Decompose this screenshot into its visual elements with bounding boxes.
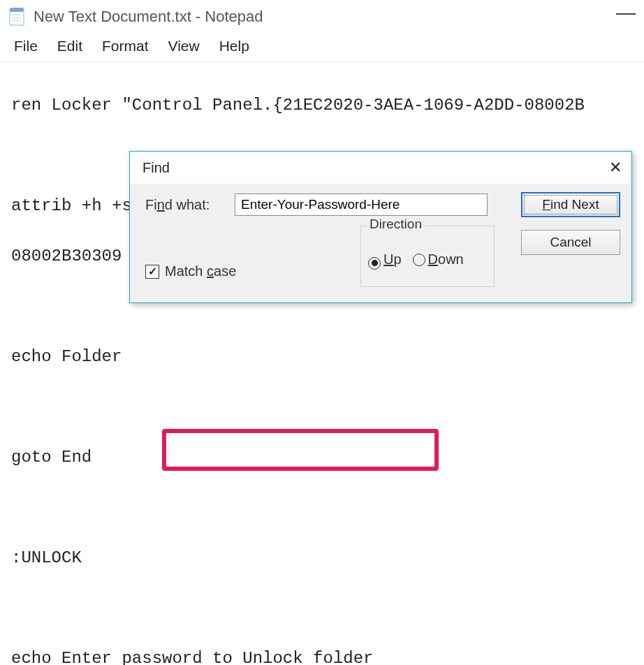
checkbox-icon bbox=[145, 265, 159, 279]
code-line: :UNLOCK bbox=[11, 546, 633, 571]
find-dialog-title: Find bbox=[142, 160, 170, 176]
menubar: File Edit Format View Help bbox=[0, 34, 644, 61]
close-icon[interactable]: ✕ bbox=[609, 159, 622, 177]
menu-format[interactable]: Format bbox=[102, 38, 149, 54]
find-next-button[interactable]: Find Next bbox=[521, 192, 620, 217]
window-controls: — bbox=[616, 6, 636, 28]
code-line: echo Folder bbox=[11, 344, 633, 370]
direction-group: Direction Up Down bbox=[360, 226, 495, 287]
cancel-button[interactable]: Cancel bbox=[521, 230, 620, 255]
find-dialog: Find ✕ Find what: Find Next Cancel Direc… bbox=[129, 151, 632, 303]
direction-down-radio[interactable]: Down bbox=[413, 251, 464, 268]
find-dialog-titlebar[interactable]: Find ✕ bbox=[130, 152, 631, 184]
menu-help[interactable]: Help bbox=[219, 38, 249, 54]
match-case-checkbox[interactable]: Match case bbox=[145, 263, 236, 279]
code-line: ren Locker "Control Panel.{21EC2020-3AEA… bbox=[11, 93, 633, 118]
notepad-icon bbox=[8, 7, 25, 27]
menu-view[interactable]: View bbox=[168, 38, 200, 54]
menu-file[interactable]: File bbox=[14, 38, 38, 54]
direction-label: Direction bbox=[367, 217, 425, 232]
window-title: New Text Document.txt - Notepad bbox=[34, 8, 616, 26]
menu-edit[interactable]: Edit bbox=[57, 38, 82, 54]
svg-rect-1 bbox=[10, 8, 24, 12]
match-case-label: Match case bbox=[165, 263, 236, 279]
minimize-button[interactable]: — bbox=[616, 1, 636, 24]
find-what-input[interactable] bbox=[235, 193, 488, 216]
titlebar: New Text Document.txt - Notepad — bbox=[0, 0, 644, 34]
radio-icon bbox=[368, 257, 381, 270]
radio-icon bbox=[413, 254, 425, 266]
find-what-label: Find what: bbox=[145, 197, 224, 213]
code-line: goto End bbox=[11, 445, 633, 470]
code-line: echo Enter password to Unlock folder bbox=[11, 646, 633, 665]
direction-up-radio[interactable]: Up bbox=[368, 251, 402, 268]
